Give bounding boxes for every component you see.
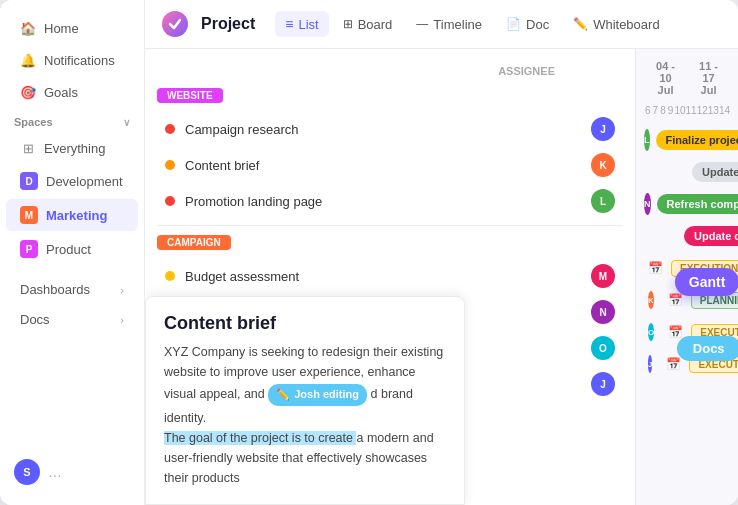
- sidebar-item-label: Marketing: [46, 208, 107, 223]
- sidebar-item-goals[interactable]: 🎯 Goals: [6, 77, 138, 107]
- sidebar-item-label: Goals: [44, 85, 78, 100]
- calendar-icon: 📅: [668, 293, 683, 307]
- gantt-bar-row: Update contractor agreement: [644, 222, 730, 250]
- gantt-day: 14: [719, 103, 730, 118]
- editing-badge[interactable]: ✏️ Josh editing: [268, 384, 367, 406]
- goals-icon: 🎯: [20, 84, 36, 100]
- header-title: Project: [201, 15, 255, 33]
- tab-whiteboard[interactable]: ✏️ Whiteboard: [563, 11, 669, 37]
- sidebar-item-notifications[interactable]: 🔔 Notifications: [6, 45, 138, 75]
- app-container: 🏠 Home 🔔 Notifications 🎯 Goals Spaces ∨ …: [0, 0, 738, 505]
- doc-text: XYZ Company is seeking to redesign their…: [164, 342, 446, 488]
- chevron-right-icon: ›: [120, 284, 124, 296]
- avatar: O: [591, 336, 615, 360]
- task-dot: [165, 160, 175, 170]
- bell-icon: 🔔: [20, 52, 36, 68]
- avatar: M: [591, 264, 615, 288]
- gantt-bar-row: N Refresh company website: [644, 190, 730, 218]
- docs-tooltip[interactable]: Docs: [677, 336, 738, 361]
- sidebar: 🏠 Home 🔔 Notifications 🎯 Goals Spaces ∨ …: [0, 0, 145, 505]
- calendar-icon: 📅: [648, 261, 663, 275]
- task-item[interactable]: Campaign research J: [157, 111, 623, 147]
- task-name: Content brief: [185, 158, 581, 173]
- campaign-tag: CAMPAIGN: [157, 235, 231, 250]
- task-dot: [165, 271, 175, 281]
- timeline-icon: —: [416, 17, 428, 31]
- sidebar-item-home[interactable]: 🏠 Home: [6, 13, 138, 43]
- avatar: L: [591, 189, 615, 213]
- sidebar-item-dashboards[interactable]: Dashboards ›: [6, 275, 138, 304]
- spaces-section-title: Spaces ∨: [0, 108, 144, 132]
- gantt-tooltip[interactable]: Gantt: [675, 268, 738, 296]
- tab-label: List: [298, 17, 318, 32]
- gantt-days: 6 7 8 9 10 11 12 13 14: [644, 103, 730, 118]
- avatar-dots: …: [48, 464, 62, 480]
- divider: [157, 225, 623, 226]
- gantt-day: 12: [697, 103, 708, 118]
- tab-label: Timeline: [433, 17, 482, 32]
- task-name: Budget assessment: [185, 269, 581, 284]
- sidebar-item-everything[interactable]: ⊞ Everything: [6, 133, 138, 163]
- sidebar-item-development[interactable]: D Development: [6, 165, 138, 197]
- gantt-day: 11: [686, 103, 697, 118]
- task-name: Campaign research: [185, 122, 581, 137]
- list-icon: ≡: [285, 16, 293, 32]
- avatar: K: [591, 153, 615, 177]
- avatar: N: [591, 300, 615, 324]
- gantt-week-2: 11 - 17 Jul: [687, 57, 730, 99]
- board-icon: ⊞: [343, 17, 353, 31]
- avatar: S: [14, 459, 40, 485]
- sidebar-item-docs[interactable]: Docs ›: [6, 305, 138, 334]
- main-area: Project ≡ List ⊞ Board — Timeline 📄 Doc: [145, 0, 738, 505]
- avatar: N: [644, 193, 651, 215]
- gantt-bar[interactable]: Finalize project scope: [656, 130, 739, 150]
- chevron-right-icon: ›: [120, 314, 124, 326]
- calendar-icon: 📅: [668, 325, 683, 339]
- task-item[interactable]: Budget assessment M: [157, 258, 623, 294]
- gantt-area: 04 - 10 Jul 11 - 17 Jul 6 7 8 9 10 11 12…: [635, 49, 738, 505]
- task-item[interactable]: Promotion landing page L: [157, 183, 623, 219]
- sidebar-item-marketing[interactable]: M Marketing: [6, 199, 138, 231]
- avatar: J: [591, 117, 615, 141]
- website-section: WEBSITE Campaign research J Content brie…: [157, 85, 623, 219]
- sidebar-item-label: Product: [46, 242, 91, 257]
- mkt-space-icon: M: [20, 206, 38, 224]
- sidebar-item-label: Development: [46, 174, 123, 189]
- gantt-week-1: 04 - 10 Jul: [644, 57, 687, 99]
- tab-label: Board: [358, 17, 393, 32]
- task-item[interactable]: Content brief K: [157, 147, 623, 183]
- col-header-row: ASSIGNEE: [157, 61, 623, 81]
- sidebar-item-label: Everything: [44, 141, 105, 156]
- avatar: J: [591, 372, 615, 396]
- prd-space-icon: P: [20, 240, 38, 258]
- sidebar-item-product[interactable]: P Product: [6, 233, 138, 265]
- gantt-bar[interactable]: Refresh company website: [657, 194, 739, 214]
- avatar: L: [644, 129, 650, 151]
- tab-board[interactable]: ⊞ Board: [333, 11, 403, 37]
- task-dot: [165, 196, 175, 206]
- gantt-bar[interactable]: Update contractor agreement: [684, 226, 738, 246]
- project-logo: [161, 10, 189, 38]
- content-area: ASSIGNEE WEBSITE Campaign research J Con…: [145, 49, 738, 505]
- whiteboard-icon: ✏️: [573, 17, 588, 31]
- doc-panel: Content brief XYZ Company is seeking to …: [145, 296, 465, 505]
- gantt-day: 7: [652, 103, 660, 118]
- task-name: Promotion landing page: [185, 194, 581, 209]
- edit-icon: ✏️: [276, 386, 290, 404]
- assignee-col-header: ASSIGNEE: [498, 65, 555, 77]
- sidebar-item-label: Home: [44, 21, 79, 36]
- grid-icon: ⊞: [20, 140, 36, 156]
- tab-label: Doc: [526, 17, 549, 32]
- user-avatar-area[interactable]: S …: [0, 451, 144, 493]
- gantt-bar[interactable]: Update key objectives: [692, 162, 738, 182]
- gantt-day: 8: [659, 103, 667, 118]
- doc-title: Content brief: [164, 313, 446, 334]
- tab-timeline[interactable]: — Timeline: [406, 11, 492, 37]
- doc-highlighted-text: The goal of the project is to create: [164, 431, 356, 445]
- tab-doc[interactable]: 📄 Doc: [496, 11, 559, 37]
- gantt-bar-row: L Finalize project scope: [644, 126, 730, 154]
- dev-space-icon: D: [20, 172, 38, 190]
- header: Project ≡ List ⊞ Board — Timeline 📄 Doc: [145, 0, 738, 49]
- tab-list[interactable]: ≡ List: [275, 11, 328, 37]
- gantt-day: 10: [674, 103, 685, 118]
